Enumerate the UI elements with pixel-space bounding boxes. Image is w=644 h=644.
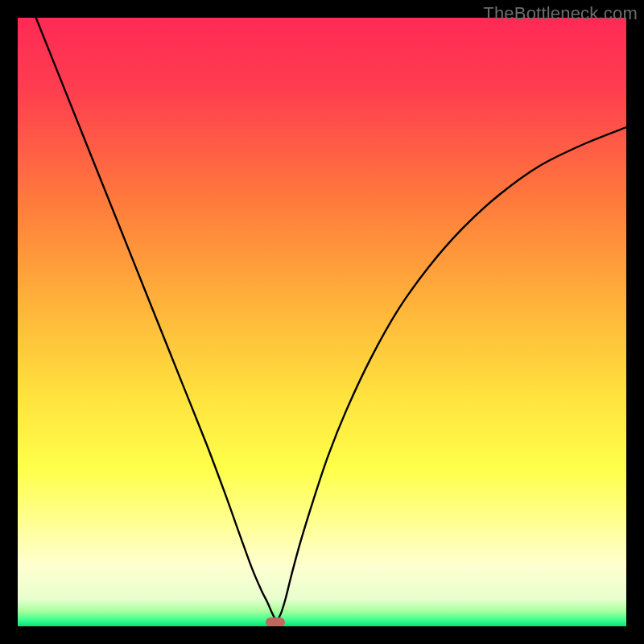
optimum-marker [266,617,285,626]
plot-area [18,18,626,626]
bottleneck-curve [18,18,626,626]
watermark-text: TheBottleneck.com [483,3,638,24]
chart-frame: TheBottleneck.com [0,0,644,644]
